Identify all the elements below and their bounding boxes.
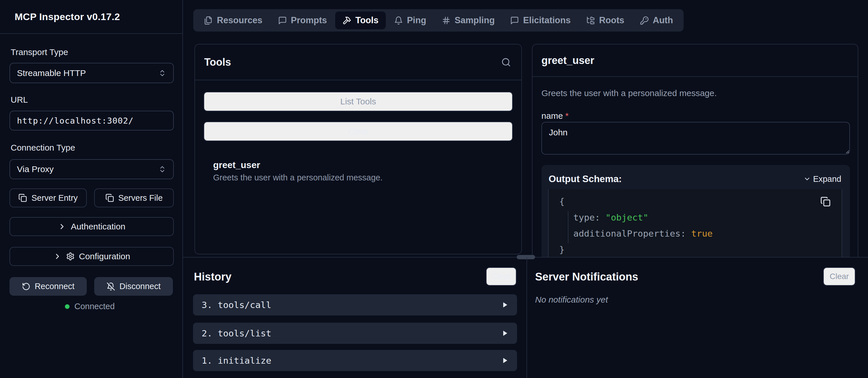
tab-label: Auth [653,15,673,26]
chevrons-up-down-icon [158,69,166,77]
connection-type-select[interactable]: Via Proxy [9,159,174,179]
expand-arrow-icon [501,330,508,337]
history-clear-button[interactable]: Clear [486,267,517,286]
tools-panel: Tools List Tools Clear greet_user Greets… [194,44,522,254]
copy-icon[interactable] [820,197,831,207]
tool-detail-title: greet_user [541,55,594,67]
tab-label: Tools [355,15,378,26]
chevron-down-icon [803,175,811,183]
tools-clear-button[interactable]: Clear [204,122,513,141]
history-item[interactable]: 2. tools/list [193,323,517,344]
transport-type-label: Transport Type [11,47,68,57]
expand-label: Expand [813,174,841,184]
tab-auth[interactable]: Auth [633,11,680,29]
copy-icon [105,194,114,202]
history-item-label: 2. tools/list [202,328,272,338]
output-schema-code: { type: "object" additionalProperties: t… [548,189,842,257]
tab-label: Prompts [291,15,327,26]
tools-panel-title: Tools [204,56,231,68]
url-value: http://localhost:3002/ [17,116,133,126]
url-label: URL [11,95,28,105]
tab-label: Ping [407,15,426,26]
configuration-button[interactable]: Configuration [9,247,174,266]
search-icon[interactable] [501,57,511,67]
tool-list-item[interactable]: greet_user Greets the user with a person… [213,159,510,183]
output-schema-section: Output Schema: Expand { type: "object" a… [541,165,850,257]
connection-type-value: Via Proxy [17,164,54,174]
server-entry-button[interactable]: Server Entry [9,188,87,207]
tab-prompts[interactable]: Prompts [271,11,334,29]
tools-panel-header: Tools [195,44,521,80]
status-text: Connected [74,302,115,311]
main-tabbar: Resources Prompts Tools Ping Sampling El… [193,9,684,32]
code-line: type: "object" [549,209,842,226]
resize-handle[interactable] [517,255,535,259]
code-line: { [549,193,842,209]
tool-name: greet_user [213,159,510,171]
files-icon [204,16,213,25]
tool-detail-panel: greet_user Greets the user with a person… [532,44,858,257]
tab-roots[interactable]: Roots [579,11,631,29]
message-square-icon [278,16,287,25]
servers-file-label: Servers File [118,193,163,203]
tab-label: Sampling [455,15,495,26]
output-schema-title: Output Schema: [549,173,622,184]
authentication-label: Authentication [71,222,125,232]
folder-tree-icon [586,16,595,25]
hammer-icon [342,16,351,25]
tool-detail-description: Greets the user with a personalized mess… [541,88,717,98]
chevron-right-icon [58,222,66,231]
history-item-label: 3. tools/call [202,300,272,310]
reconnect-button[interactable]: Reconnect [9,277,87,296]
transport-type-select[interactable]: Streamable HTTP [9,63,174,83]
list-tools-button[interactable]: List Tools [204,92,513,111]
tab-label: Resources [217,15,262,26]
reconnect-label: Reconnect [35,282,75,291]
server-notifications-title: Server Notifications [535,271,638,283]
gear-icon [66,252,75,261]
server-entry-label: Server Entry [31,193,78,203]
tab-resources[interactable]: Resources [197,11,270,29]
configuration-label: Configuration [79,251,130,261]
transport-type-value: Streamable HTTP [17,68,86,78]
tab-elicitations[interactable]: Elicitations [503,11,578,29]
chevrons-up-down-icon [158,165,166,173]
code-line: } [549,241,842,257]
history-item[interactable]: 3. tools/call [193,294,517,315]
vertical-divider [526,257,527,378]
sidebar: MCP Inspector v0.17.2 Transport Type Str… [0,0,183,378]
tab-ping[interactable]: Ping [387,11,433,29]
name-field-label-text: name [541,111,563,121]
code-line: additionalProperties: true [549,226,842,241]
name-field-label: name* [541,111,569,121]
name-field-input[interactable]: John [541,122,850,154]
history-title: History [194,271,231,283]
indent-guide [568,211,568,243]
tab-tools[interactable]: Tools [335,11,385,29]
expand-arrow-icon [501,302,508,308]
notifications-clear-button[interactable]: Clear [823,267,855,286]
sidebar-header: MCP Inspector v0.17.2 [0,0,182,34]
bell-icon [394,16,403,25]
tool-description: Greets the user with a personalized mess… [213,172,510,183]
expand-arrow-icon [501,357,508,364]
rotate-ccw-icon [22,282,30,291]
authentication-button[interactable]: Authentication [9,217,174,236]
resize-grip-icon[interactable] [843,148,849,154]
hash-icon [442,16,451,25]
tab-sampling[interactable]: Sampling [435,11,502,29]
disconnect-label: Disconnect [120,282,161,291]
disconnect-button[interactable]: Disconnect [94,277,173,296]
status-dot-icon [65,304,69,309]
bell-off-icon [106,282,115,291]
connection-status: Connected [65,302,115,311]
servers-file-button[interactable]: Servers File [94,188,174,207]
tool-detail-header: greet_user [532,44,858,77]
tab-label: Roots [599,15,624,26]
history-item[interactable]: 1. initialize [193,350,517,371]
history-item-label: 1. initialize [202,355,272,366]
url-input[interactable]: http://localhost:3002/ [9,111,174,131]
chevron-right-icon [53,252,62,261]
connection-type-label: Connection Type [11,142,75,153]
expand-toggle[interactable]: Expand [803,174,841,184]
